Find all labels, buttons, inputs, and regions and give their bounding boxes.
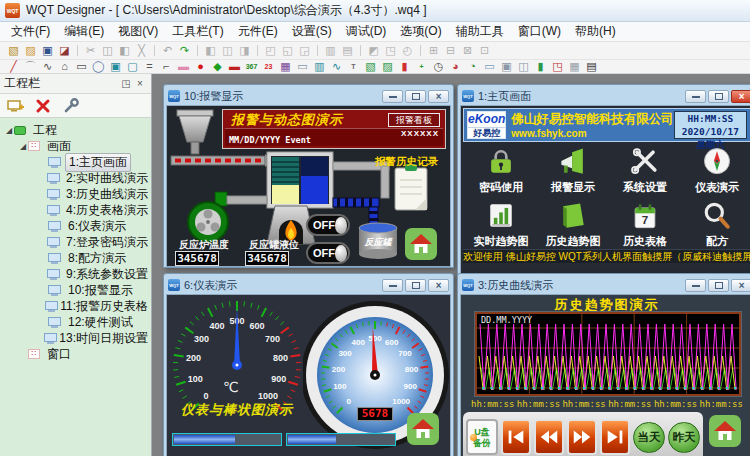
menu-item-7[interactable]: 选项(O) <box>393 21 448 42</box>
bring-to-front-icon[interactable]: ⊞ <box>425 44 442 58</box>
home-button[interactable] <box>709 415 741 447</box>
minimize-button[interactable] <box>685 279 706 292</box>
pie-widget-icon[interactable]: ◕ <box>447 60 464 74</box>
menu-item-4[interactable]: 元件(E) <box>231 21 285 42</box>
scatter-widget-icon[interactable]: ◔ <box>464 60 481 74</box>
alarm-window-titlebar[interactable]: WQT 10:报警显示 × <box>166 87 451 105</box>
maximize-button[interactable] <box>708 279 729 292</box>
history-trend-tile[interactable]: 历史趋势图 <box>539 198 607 250</box>
open-file-icon[interactable]: ▨ <box>22 44 39 58</box>
align-center-icon[interactable]: ◫ <box>219 44 236 58</box>
tree-item-screen-11[interactable]: 11:报警历史表格 <box>0 298 151 314</box>
tank-level-display[interactable]: 345678 <box>245 251 289 266</box>
password-tile[interactable]: 密码使用 <box>467 144 535 196</box>
maximize-button[interactable] <box>708 90 729 103</box>
furnace-temp-display[interactable]: 345678 <box>175 251 219 266</box>
undo-icon[interactable]: ↶ <box>159 44 176 58</box>
close-button[interactable]: × <box>731 90 750 103</box>
minimize-button[interactable] <box>382 279 403 292</box>
toggle-switch-2[interactable]: OFF <box>306 242 350 264</box>
number-input-icon[interactable]: 23 <box>260 60 277 74</box>
alarm-tile[interactable]: 报警显示 <box>539 144 607 196</box>
copy-widget-icon[interactable]: ◫ <box>515 60 532 74</box>
close-button[interactable]: × <box>428 279 449 292</box>
tree-item-screen-2[interactable]: 2:实时曲线演示 <box>0 170 151 186</box>
valve-widget-icon[interactable]: + <box>413 60 430 74</box>
number-display-icon[interactable]: 367 <box>243 60 260 74</box>
save-icon[interactable]: ▣ <box>39 44 56 58</box>
tree-item-windows-group[interactable]: ∷窗口 <box>0 346 151 362</box>
maximize-button[interactable] <box>405 90 426 103</box>
same-width-icon[interactable]: ▥ <box>322 44 339 58</box>
delete-screen-button[interactable] <box>34 97 52 115</box>
today-button[interactable]: 当天 <box>633 422 665 453</box>
add-screen-button[interactable] <box>6 97 24 115</box>
menu-item-9[interactable]: 窗口(W) <box>511 21 568 42</box>
bar-1[interactable] <box>172 433 282 446</box>
recipe-tile[interactable]: 配方 <box>683 198 750 250</box>
rewind-button[interactable] <box>534 419 564 455</box>
align-bottom-icon[interactable]: ◲ <box>296 44 313 58</box>
text-tool-icon[interactable]: T <box>345 60 362 74</box>
minimize-button[interactable] <box>685 90 706 103</box>
gauge-window-titlebar[interactable]: WQT 6:仪表演示 × <box>166 276 451 294</box>
column-widget-icon[interactable]: ▮ <box>532 60 549 74</box>
fit-width-icon[interactable]: ◳ <box>382 44 399 58</box>
clock-widget-icon[interactable]: ◷ <box>430 60 447 74</box>
tree-item-screen-10[interactable]: 10:报警显示 <box>0 282 151 298</box>
valve-3d-icon[interactable]: ◆ <box>209 60 226 74</box>
menu-item-6[interactable]: 调试(D) <box>339 21 394 42</box>
menu-item-1[interactable]: 编辑(E) <box>57 21 111 42</box>
filled-rect-tool-icon[interactable]: ▣ <box>107 60 124 74</box>
history-table-tile[interactable]: 7历史表格 <box>611 198 679 250</box>
same-height-icon[interactable]: ▤ <box>339 44 356 58</box>
save-as-icon[interactable]: ◪ <box>56 44 73 58</box>
double-line-tool-icon[interactable]: = <box>141 60 158 74</box>
tree-item-screen-3[interactable]: 3:历史曲线演示 <box>0 186 151 202</box>
corner-line-tool-icon[interactable]: ⌐ <box>158 60 175 74</box>
trend-widget-icon[interactable]: ∿ <box>328 60 345 74</box>
tree-expander-icon[interactable]: ◢ <box>4 126 14 135</box>
minimize-button[interactable] <box>382 90 403 103</box>
last-record-button[interactable] <box>600 419 630 455</box>
tree-item-screen-12[interactable]: 12:硬件测试 <box>0 314 151 330</box>
menu-item-0[interactable]: 文件(F) <box>4 21 57 42</box>
align-left-icon[interactable]: ◧ <box>202 44 219 58</box>
rect-tool-icon[interactable]: ▭ <box>73 60 90 74</box>
dash-tool-icon[interactable]: ▬ <box>175 60 192 74</box>
new-file-icon[interactable]: ▧ <box>5 44 22 58</box>
polygon-tool-icon[interactable]: ⌂ <box>56 60 73 74</box>
realtime-trend-tile[interactable]: 实时趋势图 <box>467 198 535 250</box>
tree-item-screen-4[interactable]: 4:历史表格演示 <box>0 202 151 218</box>
ellipse-tool-icon[interactable]: ◯ <box>90 60 107 74</box>
gauge-tile[interactable]: 仪表演示 <box>683 144 750 196</box>
tree-item-screen-13[interactable]: 13:时间日期设置 <box>0 330 151 346</box>
menu-item-10[interactable]: 帮助(H) <box>568 21 623 42</box>
tree-item-screen-7[interactable]: 7:登录密码演示 <box>0 234 151 250</box>
bar-2[interactable] <box>286 433 396 446</box>
tree-expander-icon[interactable]: ◢ <box>18 142 28 151</box>
bar-graph-widget-icon[interactable]: ▥ <box>311 60 328 74</box>
forward-button[interactable] <box>567 419 597 455</box>
home-window-titlebar[interactable]: WQT 1:主页画面 × <box>460 87 750 105</box>
align-middle-icon[interactable]: ◱ <box>279 44 296 58</box>
thermometer-widget-icon[interactable]: ▮ <box>396 60 413 74</box>
home-button[interactable] <box>405 228 437 260</box>
video-widget-icon[interactable]: ◳ <box>549 60 566 74</box>
send-to-back-icon[interactable]: ⊟ <box>442 44 459 58</box>
tree-item-screen-8[interactable]: 8:配方演示 <box>0 250 151 266</box>
gif-widget-icon[interactable]: ▨ <box>379 60 396 74</box>
send-backward-icon[interactable]: ⊡ <box>476 44 493 58</box>
align-right-icon[interactable]: ◨ <box>236 44 253 58</box>
menu-item-5[interactable]: 设置(S) <box>285 21 339 42</box>
bring-forward-icon[interactable]: ⊠ <box>459 44 476 58</box>
home-button[interactable] <box>407 413 439 445</box>
close-button[interactable]: × <box>428 90 449 103</box>
arc-tool-icon[interactable]: ⌒ <box>22 60 39 74</box>
board-widget-icon[interactable]: ▭ <box>481 60 498 74</box>
menu-item-2[interactable]: 视图(V) <box>111 21 165 42</box>
photo-widget-icon[interactable]: ▣ <box>498 60 515 74</box>
tree-item-screens-group[interactable]: ◢∷画面 <box>0 138 151 154</box>
fit-height-icon[interactable]: ◴ <box>399 44 416 58</box>
line-tool-icon[interactable]: ╱ <box>5 60 22 74</box>
